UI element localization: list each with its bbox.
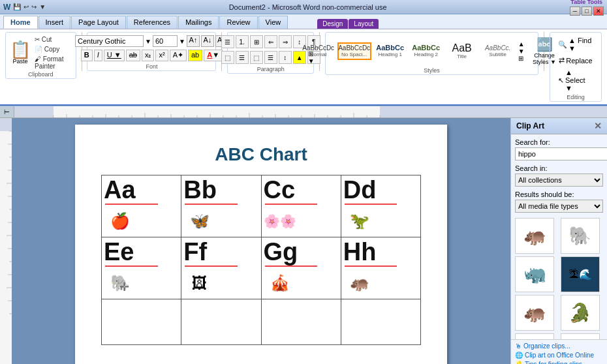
line-space-btn[interactable]: ↕ xyxy=(279,51,292,64)
cell-cc: Cc 🌸🌸 xyxy=(261,175,341,237)
strikethrough-btn[interactable]: ab xyxy=(126,50,140,61)
organize-clips-link[interactable]: 🖱 Organize clips... xyxy=(515,342,603,350)
superscript-btn[interactable]: x² xyxy=(155,50,168,61)
clip-thumb-1[interactable]: 🦛 xyxy=(515,218,554,254)
shrink-font-btn[interactable]: A↓ xyxy=(201,35,214,47)
svg-rect-30 xyxy=(0,118,12,131)
clip-thumb-6[interactable]: 🐊 xyxy=(561,295,600,331)
svg-rect-29 xyxy=(0,118,12,364)
justify-btn[interactable]: ☰ xyxy=(264,51,277,64)
clip-thumb-4[interactable]: 🏝🌊 xyxy=(561,256,600,292)
clip-thumb-3[interactable]: 🦏 xyxy=(515,256,554,292)
svg-rect-1 xyxy=(14,106,54,118)
online-clips-link[interactable]: 🌐 Clip art on Office Online xyxy=(515,352,603,359)
editing-group: 🔍 ▲ Find ▼ ⇄ Replace ↖ ▲ Select ▼ Editin… xyxy=(550,32,602,102)
tab-layout[interactable]: Layout xyxy=(349,19,379,29)
underline-btn[interactable]: U ▼ xyxy=(104,50,125,61)
minimize-btn[interactable]: ─ xyxy=(570,7,580,16)
style-normal[interactable]: AaBbCcDc Normal xyxy=(302,43,335,59)
panel-close-btn[interactable]: ✕ xyxy=(594,121,602,131)
styles-group: AaBbCcDc Normal AaBbCcDc No Spaci... AaB… xyxy=(325,32,538,75)
font-size-dropdown[interactable]: ▼ xyxy=(179,38,185,45)
tab-insert[interactable]: Insert xyxy=(39,16,71,29)
ruler-corner[interactable]: ⊢ xyxy=(0,106,14,118)
font-size-input[interactable] xyxy=(153,35,178,47)
style-heading2[interactable]: AaBbCc Heading 2 xyxy=(409,42,443,59)
online-icon: 🌐 xyxy=(515,352,523,359)
grow-font-btn[interactable]: A↑ xyxy=(187,35,200,47)
italic-btn[interactable]: I xyxy=(94,50,102,61)
tab-pagelayout[interactable]: Page Layout xyxy=(71,16,126,29)
paste-btn[interactable]: 📋 Paste xyxy=(10,41,31,65)
redo-quick-btn[interactable]: ↪ xyxy=(31,3,37,10)
clip-art-panel: Clip Art ✕ Search for: Go Search in: All… xyxy=(510,118,607,364)
tab-references[interactable]: References xyxy=(127,16,178,29)
align-right-btn[interactable]: ⬚ xyxy=(250,51,263,64)
maximize-btn[interactable]: □ xyxy=(582,7,592,16)
align-left-btn[interactable]: ⬚ xyxy=(221,51,234,64)
decrease-indent-btn[interactable]: ⇐ xyxy=(264,35,277,48)
tab-home[interactable]: Home xyxy=(3,16,38,29)
clip-thumb-5[interactable]: 🦛 xyxy=(515,295,554,331)
quick-access: W 💾 ↩ ↪ ▼ xyxy=(3,3,46,12)
bullets-btn[interactable]: ☰ xyxy=(221,35,234,48)
find-btn[interactable]: 🔍 ▲ Find ▼ xyxy=(554,35,597,53)
subscript-btn[interactable]: x₂ xyxy=(142,50,155,61)
style-heading1[interactable]: AaBbCc Heading 1 xyxy=(373,42,407,59)
increase-indent-btn[interactable]: ⇒ xyxy=(279,35,292,48)
font-name-input[interactable] xyxy=(75,35,144,47)
doc-scroll[interactable]: ABC Chart Aa 🍎 Bb xyxy=(12,118,510,364)
customize-quick-btn[interactable]: ▼ xyxy=(39,3,46,10)
close-btn[interactable]: ✕ xyxy=(593,7,604,16)
table-row-1: Aa 🍎 Bb 🦋 xyxy=(102,175,421,237)
cell-dd: Dd 🦖 xyxy=(341,175,420,237)
document-title: ABC Chart xyxy=(101,144,421,165)
cut-btn[interactable]: ✂ Cut xyxy=(32,35,72,44)
tips-link[interactable]: 💡 Tips for finding clips xyxy=(515,361,603,364)
tab-view[interactable]: View xyxy=(258,16,288,29)
tips-icon: 💡 xyxy=(515,361,523,364)
format-painter-btn[interactable]: 🖌 Format Painter xyxy=(32,55,72,70)
styles-scroll-down[interactable]: ▼ xyxy=(518,48,525,55)
vertical-ruler xyxy=(0,118,12,364)
abc-chart-table: Aa 🍎 Bb 🦋 xyxy=(101,175,421,345)
numbering-btn[interactable]: 1. xyxy=(236,35,249,48)
cell-aa: Aa 🍎 xyxy=(102,175,181,237)
search-in-select[interactable]: All collections xyxy=(515,174,603,187)
undo-quick-btn[interactable]: ↩ xyxy=(23,3,29,10)
save-quick-btn[interactable]: 💾 xyxy=(13,3,21,10)
styles-more[interactable]: ⊞ xyxy=(518,55,525,62)
bold-btn[interactable]: B xyxy=(81,50,93,61)
multilevel-btn[interactable]: ⊞ xyxy=(250,35,263,48)
clip-thumb-7[interactable]: 🏺 xyxy=(515,333,554,339)
style-title[interactable]: AaB Title xyxy=(445,41,479,61)
ribbon-content: 📋 Paste ✂ Cut 📄 Copy 🖌 Format Painter Cl… xyxy=(0,29,607,106)
clip-art-search-input[interactable] xyxy=(515,147,607,160)
tab-mailings[interactable]: Mailings xyxy=(178,16,219,29)
style-subtitle[interactable]: AaBbCc. Subtitle xyxy=(481,43,515,59)
cell-ff: Ff 🖼 xyxy=(181,237,261,299)
cell-bb: Bb 🦋 xyxy=(181,175,261,237)
font-name-dropdown[interactable]: ▼ xyxy=(145,38,151,45)
move-cursor[interactable]: ✛ xyxy=(119,280,129,294)
text-highlight-btn[interactable]: ab xyxy=(188,50,202,61)
font-color-btn[interactable]: A▼ xyxy=(204,50,223,61)
cell-gg: Gg 🎪 xyxy=(261,237,341,299)
align-center-btn[interactable]: ☰ xyxy=(236,51,249,64)
clip-thumb-2[interactable]: 🐘 xyxy=(561,218,600,254)
clip-thumb-8[interactable]: 📚 xyxy=(561,333,600,339)
style-nospace[interactable]: AaBbCcDc No Spaci... xyxy=(337,42,371,60)
tab-design[interactable]: Design xyxy=(317,19,348,29)
svg-rect-2 xyxy=(380,106,607,118)
text-effects-btn[interactable]: A✦ xyxy=(170,50,187,61)
styles-scroll-up[interactable]: ▲ xyxy=(518,40,525,48)
results-select[interactable]: All media file types xyxy=(515,200,603,213)
panel-header: Clip Art ✕ xyxy=(511,118,607,134)
cell-ee: Ee 🐘 xyxy=(102,237,181,299)
table-row-empty xyxy=(102,299,421,345)
tab-review[interactable]: Review xyxy=(219,16,257,29)
copy-btn[interactable]: 📄 Copy xyxy=(32,45,72,53)
title-bar-title: Document2 - Microsoft Word non-commercia… xyxy=(46,3,570,11)
select-btn[interactable]: ↖ ▲ Select ▼ xyxy=(554,67,597,93)
replace-btn[interactable]: ⇄ Replace xyxy=(555,55,596,66)
